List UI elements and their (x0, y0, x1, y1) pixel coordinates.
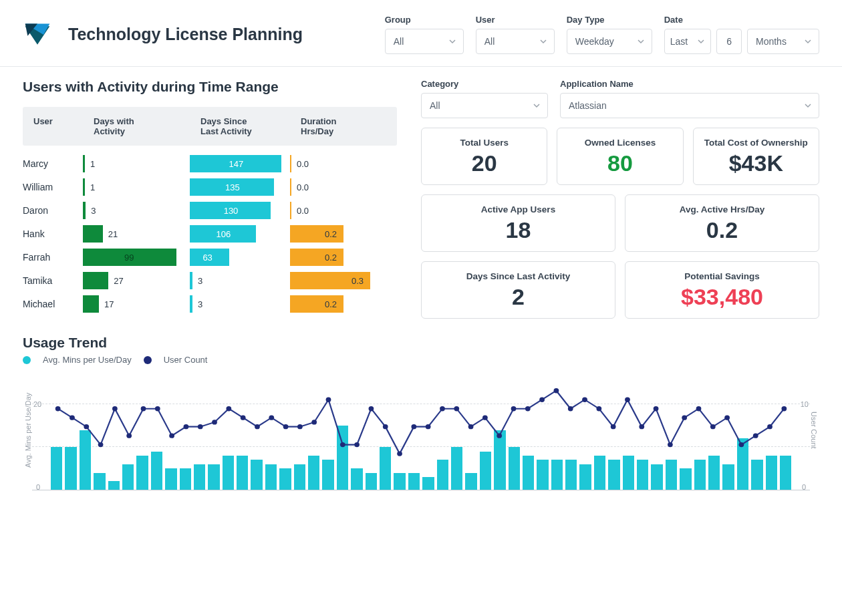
card-label: Potential Savings (636, 271, 808, 281)
filter-app-value: Atlassian (569, 100, 607, 111)
filter-user-select[interactable]: All (476, 29, 555, 54)
cell-duration: 0.0 (290, 202, 397, 219)
cell-duration: 0.3 (290, 272, 397, 289)
cell-days-with: 21 (83, 225, 190, 243)
table-row: Farrah99630.2 (23, 249, 397, 266)
card-label: Active App Users (432, 204, 604, 214)
card-owned-licenses: Owned Licenses 80 (557, 128, 683, 185)
svg-point-29 (426, 424, 431, 429)
cell-user: Tamika (23, 275, 83, 286)
table-row: Hank211060.2 (23, 225, 397, 243)
card-total-users: Total Users 20 (421, 128, 547, 185)
svg-point-28 (411, 424, 416, 429)
svg-point-39 (568, 406, 573, 411)
svg-point-6 (98, 442, 104, 447)
usage-trend-panel: Usage Trend Avg. Mins per Use/Day User C… (23, 335, 819, 490)
col-duration: Duration Hrs/Day (301, 116, 408, 136)
logo-icon (23, 20, 52, 49)
cell-days-since: 3 (190, 295, 290, 313)
cell-duration: 0.2 (290, 249, 397, 266)
svg-point-44 (639, 424, 644, 429)
svg-point-16 (241, 416, 246, 420)
card-active-users: Active App Users 18 (421, 194, 615, 252)
trend-chart: 0 20 0 10 (32, 370, 810, 490)
svg-point-3 (55, 406, 61, 411)
filter-app-select[interactable]: Atlassian (560, 93, 819, 118)
filter-date-period-select[interactable]: Last (664, 29, 711, 54)
svg-point-26 (383, 424, 388, 429)
svg-point-38 (554, 388, 559, 393)
cell-duration: 0.0 (290, 178, 397, 196)
cell-user: Daron (23, 205, 83, 216)
svg-point-10 (155, 406, 160, 411)
page-title: Technology License Planning (68, 25, 369, 44)
filter-category-select[interactable]: All (421, 93, 548, 118)
filter-category-label: Category (421, 79, 548, 89)
cell-days-since: 135 (190, 178, 290, 196)
cell-days-with: 99 (83, 249, 190, 266)
card-value: $33,480 (636, 284, 808, 310)
svg-point-34 (497, 434, 502, 438)
table-row: William11350.0 (23, 178, 397, 196)
svg-point-48 (696, 406, 702, 411)
chevron-down-icon (539, 37, 547, 45)
filter-group-label: Group (385, 15, 464, 25)
card-value: 80 (568, 150, 672, 176)
cell-days-since: 3 (190, 272, 290, 289)
cell-days-with: 3 (83, 202, 190, 219)
cell-days-with: 17 (83, 295, 190, 313)
filter-daytype-select[interactable]: Weekday (567, 29, 652, 54)
filter-date-label: Date (664, 15, 819, 25)
svg-point-24 (354, 442, 360, 447)
filter-group-select[interactable]: All (385, 29, 464, 54)
summary-panel: Category All Application Name Atlassian (421, 79, 819, 319)
cell-user: Hank (23, 228, 83, 239)
chevron-down-icon (804, 102, 812, 110)
svg-point-14 (212, 420, 217, 425)
ytick-left-0: 0 (36, 483, 40, 491)
cell-duration: 0.2 (290, 225, 397, 243)
filter-user-label: User (476, 15, 555, 25)
header: Technology License Planning Group All Us… (0, 0, 842, 67)
users-panel-title: Users with Activity during Time Range (23, 79, 397, 95)
svg-point-54 (781, 406, 787, 411)
svg-point-33 (482, 416, 488, 420)
chevron-down-icon (637, 37, 645, 45)
ytick-right-0: 0 (802, 483, 806, 491)
legend-label-user-count: User Count (164, 355, 208, 365)
svg-point-5 (84, 424, 89, 429)
filter-date-period: Last (670, 36, 688, 47)
cell-user: Michael (23, 299, 83, 309)
legend-label-avg-mins: Avg. Mins per Use/Day (43, 355, 132, 365)
card-savings: Potential Savings $33,480 (625, 261, 819, 319)
svg-point-4 (69, 416, 75, 420)
card-label: Owned Licenses (568, 138, 672, 148)
trend-legend: Avg. Mins per Use/Day User Count (23, 355, 819, 365)
filter-date-unit: Months (756, 36, 787, 47)
col-days-with: Days with Activity (94, 116, 200, 136)
chevron-down-icon (697, 37, 705, 45)
svg-point-46 (668, 442, 673, 447)
card-value: $43K (704, 150, 808, 176)
svg-point-40 (582, 398, 587, 402)
card-value: 18 (432, 217, 604, 243)
filter-daytype-label: Day Type (567, 15, 652, 25)
filter-date-n[interactable]: 6 (716, 29, 742, 54)
ytick-left-20: 20 (33, 400, 41, 408)
filter-user-value: All (484, 36, 495, 47)
card-label: Total Users (432, 138, 536, 148)
col-user: User (33, 116, 94, 136)
chevron-down-icon (533, 102, 541, 110)
svg-point-50 (724, 416, 730, 420)
cell-days-since: 130 (190, 202, 290, 219)
svg-point-52 (753, 434, 758, 438)
card-value: 0.2 (636, 217, 808, 243)
table-row: Tamika2730.3 (23, 272, 397, 289)
filter-date-unit-select[interactable]: Months (747, 29, 819, 54)
card-label: Days Since Last Activity (432, 271, 604, 281)
svg-point-41 (596, 406, 601, 411)
svg-point-30 (440, 406, 445, 411)
svg-point-13 (198, 424, 203, 429)
card-tco: Total Cost of Ownership $43K (693, 128, 819, 185)
svg-point-51 (739, 442, 744, 447)
